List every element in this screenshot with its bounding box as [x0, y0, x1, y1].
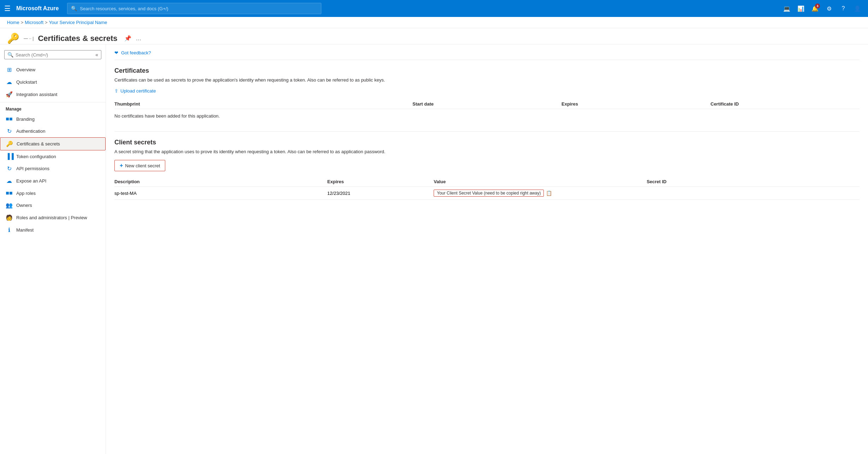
authentication-icon: ↻ — [6, 128, 13, 135]
divider — [0, 102, 106, 102]
portal-settings-icon[interactable]: 📊 — [795, 2, 807, 15]
hamburger-icon[interactable]: ☰ — [4, 4, 11, 13]
secrets-table-header: Description Expires Value Secret ID — [114, 177, 860, 187]
certs-table-header: Thumbprint Start date Expires Certificat… — [114, 99, 860, 109]
sidebar-item-app-roles[interactable]: ■■ App roles — [0, 187, 106, 199]
pin-icon[interactable]: 📌 — [124, 35, 131, 42]
secret-row: sp-test-MA 12/23/2021 Your Client Secret… — [114, 187, 860, 200]
branding-icon: ■■ — [6, 116, 13, 122]
col-expires: Expires — [561, 101, 711, 107]
col-cert-id: Certificate ID — [711, 101, 860, 107]
col-expires: Expires — [327, 179, 434, 184]
sidebar-item-label: Overview — [16, 67, 35, 72]
global-search-bar[interactable]: 🔍 — [67, 3, 321, 14]
sidebar-item-api-permissions[interactable]: ↻ API permissions — [0, 162, 106, 175]
token-icon: ▐▐ — [6, 153, 13, 160]
sidebar-item-label: Manifest — [16, 227, 34, 233]
upload-label: Upload certificate — [120, 88, 156, 94]
sidebar-item-roles-admins[interactable]: 🧑 Roles and administrators | Preview — [0, 211, 106, 224]
secrets-table: Description Expires Value Secret ID sp-t… — [114, 177, 860, 200]
page-title: Certificates & secrets — [38, 34, 117, 43]
no-certificates-message: No certificates have been added for this… — [114, 109, 860, 123]
breadcrumb-microsoft[interactable]: Microsoft — [25, 20, 43, 25]
manifest-icon: ℹ — [6, 227, 13, 233]
sidebar-item-label: API permissions — [16, 166, 49, 171]
plus-icon: + — [120, 162, 123, 169]
breadcrumb: Home > Microsoft > Your Service Principa… — [0, 17, 868, 28]
sidebar-item-token[interactable]: ▐▐ Token configuration — [0, 150, 106, 162]
col-secret-id: Secret ID — [647, 179, 860, 184]
sidebar-item-owners[interactable]: 👥 Owners — [0, 199, 106, 211]
sidebar-item-branding[interactable]: ■■ Branding — [0, 113, 106, 125]
feedback-bar[interactable]: ❤ Got feedback? — [114, 50, 860, 60]
page-icon: 🔑 — [7, 32, 19, 44]
manage-section-label: Manage — [0, 104, 106, 113]
sidebar-item-integration[interactable]: 🚀 Integration assistant — [0, 88, 106, 101]
secret-value: Your Client Secret Value (need to be cop… — [434, 190, 544, 197]
heart-icon: ❤ — [114, 50, 118, 55]
sidebar: 🔍 « ⊞ Overview ☁ Quickstart 🚀 Integratio… — [0, 44, 106, 454]
client-secrets-desc: A secret string that the application use… — [114, 149, 860, 154]
sidebar-item-manifest[interactable]: ℹ Manifest — [0, 224, 106, 236]
top-nav: ☰ Microsoft Azure 🔍 💻 📊 🔔 3 ⚙ ? 👤 — [0, 0, 868, 17]
new-secret-label: New client secret — [125, 163, 160, 168]
sidebar-item-certificates[interactable]: 🔑 Certificates & secrets — [0, 137, 106, 150]
sidebar-item-overview[interactable]: ⊞ Overview — [0, 64, 106, 76]
sidebar-item-label: Owners — [16, 203, 32, 208]
sidebar-search-icon: 🔍 — [7, 52, 13, 58]
client-secrets-section: Client secrets A secret string that the … — [114, 139, 860, 200]
client-secrets-title: Client secrets — [114, 139, 860, 146]
breadcrumb-service-principal[interactable]: Your Service Principal Name — [49, 20, 107, 25]
col-startdate: Start date — [412, 101, 561, 107]
more-options-icon[interactable]: … — [136, 35, 141, 42]
quickstart-icon: ☁ — [6, 79, 13, 85]
search-icon: 🔍 — [71, 6, 77, 11]
certificates-title: Certificates — [114, 67, 860, 74]
overview-icon: ⊞ — [6, 66, 13, 73]
col-description: Description — [114, 179, 327, 184]
search-input[interactable] — [80, 6, 317, 11]
upload-certificate-button[interactable]: ⇧ Upload certificate — [114, 88, 860, 94]
collapse-icon[interactable]: « — [95, 52, 98, 58]
sidebar-item-label: Integration assistant — [16, 92, 57, 97]
secret-expires: 12/23/2021 — [327, 191, 434, 196]
notifications-icon[interactable]: 🔔 3 — [809, 2, 821, 15]
sidebar-item-label: Expose an API — [16, 178, 46, 184]
secret-value-box: Your Client Secret Value (need to be cop… — [434, 190, 647, 197]
feedback-text: Got feedback? — [121, 50, 151, 55]
settings-icon[interactable]: ⚙ — [823, 2, 836, 15]
main-content: ❤ Got feedback? Certificates Certificate… — [106, 44, 868, 454]
certificates-section: Certificates Certificates can be used as… — [114, 67, 860, 123]
page-header: 🔑 — ·· | Certificates & secrets 📌 … — [0, 28, 868, 44]
sidebar-item-authentication[interactable]: ↻ Authentication — [0, 125, 106, 137]
nav-icons: 💻 📊 🔔 3 ⚙ ? 👤 — [780, 2, 864, 15]
sidebar-item-label: Authentication — [16, 129, 45, 134]
integration-icon: 🚀 — [6, 91, 13, 98]
sidebar-item-expose-api[interactable]: ☁ Expose an API — [0, 175, 106, 187]
certificates-desc: Certificates can be used as secrets to p… — [114, 77, 860, 83]
col-thumbprint: Thumbprint — [114, 101, 412, 107]
app-roles-icon: ■■ — [6, 190, 13, 196]
new-client-secret-button[interactable]: + New client secret — [114, 160, 165, 171]
sidebar-item-label: Roles and administrators | Preview — [16, 215, 87, 220]
sidebar-item-label: Quickstart — [16, 79, 37, 85]
secret-description: sp-test-MA — [114, 191, 327, 196]
user-avatar[interactable]: 👤 — [851, 2, 864, 15]
sidebar-item-label: Token configuration — [16, 154, 56, 159]
main-layout: 🔍 « ⊞ Overview ☁ Quickstart 🚀 Integratio… — [0, 44, 868, 454]
upload-icon: ⇧ — [114, 88, 118, 94]
sidebar-item-label: Certificates & secrets — [17, 141, 60, 147]
sidebar-item-quickstart[interactable]: ☁ Quickstart — [0, 76, 106, 88]
api-permissions-icon: ↻ — [6, 165, 13, 172]
col-value: Value — [434, 179, 647, 184]
section-divider — [114, 131, 860, 132]
sidebar-search-input[interactable] — [16, 52, 93, 58]
cloud-shell-icon[interactable]: 💻 — [780, 2, 793, 15]
certificates-table: Thumbprint Start date Expires Certificat… — [114, 99, 860, 123]
brand-name: Microsoft Azure — [16, 5, 59, 12]
app-name-subheader: — ·· | — [24, 36, 34, 41]
sidebar-item-label: App roles — [16, 191, 36, 196]
breadcrumb-home[interactable]: Home — [7, 20, 19, 25]
copy-icon[interactable]: 📋 — [546, 190, 552, 196]
help-icon[interactable]: ? — [837, 2, 850, 15]
